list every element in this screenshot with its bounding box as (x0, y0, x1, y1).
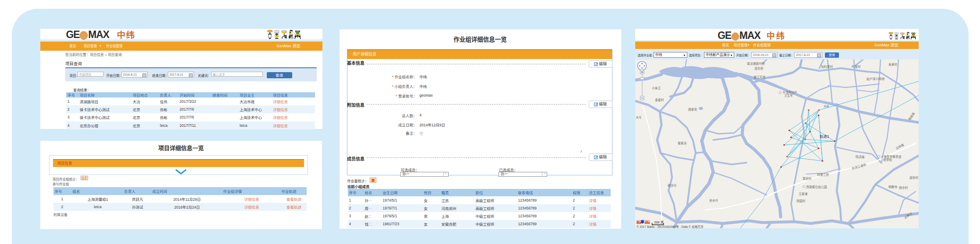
svg-text:陆泾庙: 陆泾庙 (856, 155, 865, 159)
svg-text:叶惠村: 叶惠村 (852, 65, 861, 69)
svg-text:大圩: 大圩 (636, 115, 642, 119)
svg-text:侯家浜: 侯家浜 (678, 141, 687, 145)
svg-text:央水圩: 央水圩 (709, 199, 718, 202)
svg-text:明教寺: 明教寺 (888, 185, 898, 189)
svg-text:邵农村: 邵农村 (909, 176, 919, 180)
svg-text:水闸: 水闸 (824, 105, 829, 108)
svg-text:香江花桥: 香江花桥 (754, 75, 765, 79)
svg-text:西南模仕幼儿园: 西南模仕幼儿园 (806, 185, 827, 189)
svg-text:轨迹1: 轨迹1 (820, 134, 829, 139)
svg-text:© 2017 Baidu - 39(2016)2089号 -: © 2017 Baidu - 39(2016)2089号 - Data © 长地… (637, 225, 704, 228)
svg-text:杨令村: 杨令村 (899, 186, 908, 190)
svg-text:南泾港跄圩桥: 南泾港跄圩桥 (747, 62, 765, 66)
svg-text:晒字圩: 晒字圩 (668, 184, 677, 188)
svg-text:赵户湾73号桥: 赵户湾73号桥 (867, 77, 885, 81)
svg-text:朱家村: 朱家村 (888, 63, 898, 66)
svg-text:西园村: 西园村 (796, 199, 806, 203)
svg-text:顾家宅: 顾家宅 (688, 108, 697, 112)
svg-text:草农村: 草农村 (803, 177, 812, 181)
svg-text:修学校: 修学校 (883, 158, 892, 162)
svg-text:金星村: 金星村 (655, 98, 664, 101)
svg-text:连先桥: 连先桥 (754, 66, 764, 70)
svg-text:王家埭: 王家埭 (799, 192, 808, 195)
svg-text:小朱王: 小朱王 (652, 86, 661, 90)
svg-text:卫生室: 卫生室 (784, 94, 793, 97)
svg-text:200 米: 200 米 (654, 220, 664, 224)
svg-text:加料里村: 加料里村 (821, 65, 833, 69)
svg-text:特宝江桥: 特宝江桥 (817, 173, 829, 177)
